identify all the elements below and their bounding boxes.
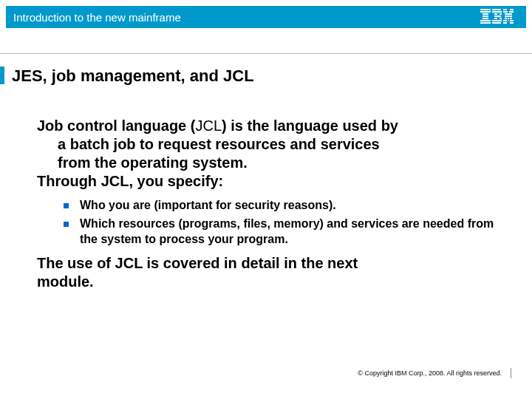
slide: Introduction to the new mainframe — [0, 0, 532, 399]
svg-rect-25 — [510, 18, 512, 19]
svg-rect-9 — [494, 13, 497, 15]
svg-rect-29 — [503, 22, 507, 24]
list-item: Who you are (important for security reas… — [64, 198, 502, 214]
svg-rect-18 — [503, 11, 508, 13]
svg-rect-24 — [508, 18, 509, 19]
footer: © Copyright IBM Corp., 2008. All rights … — [358, 368, 511, 378]
text-jcl-abbr: JCL — [195, 117, 222, 134]
text-line4: Through JCL, you specify: — [37, 173, 223, 189]
svg-rect-0 — [480, 9, 491, 10]
svg-rect-23 — [505, 18, 507, 19]
svg-rect-8 — [492, 11, 502, 13]
header-bar: Introduction to the new mainframe — [6, 6, 526, 28]
svg-rect-27 — [508, 20, 509, 21]
svg-rect-16 — [503, 9, 507, 10]
svg-rect-5 — [480, 20, 491, 21]
header-title: Introduction to the new mainframe — [13, 11, 181, 24]
svg-rect-22 — [505, 16, 512, 17]
title-accent — [0, 66, 4, 84]
svg-rect-3 — [482, 16, 488, 17]
text-lead: Job control language ( — [37, 117, 195, 134]
svg-rect-20 — [505, 13, 508, 15]
svg-rect-1 — [480, 11, 491, 13]
svg-rect-6 — [480, 22, 491, 24]
svg-rect-11 — [494, 16, 501, 17]
paragraph-closing: The use of JCL is covered in detail in t… — [37, 254, 502, 291]
svg-rect-17 — [510, 9, 514, 10]
svg-rect-14 — [492, 20, 502, 21]
copyright-text: © Copyright IBM Corp., 2008. All rights … — [358, 369, 511, 377]
svg-rect-2 — [482, 13, 488, 15]
svg-rect-12 — [494, 18, 497, 19]
footer-divider — [511, 368, 511, 378]
svg-rect-15 — [492, 22, 501, 24]
svg-rect-4 — [482, 18, 488, 19]
svg-rect-26 — [503, 20, 507, 21]
text-tail: ) is the language used by — [222, 117, 398, 134]
svg-rect-10 — [499, 13, 502, 15]
paragraph-intro: Job control language (JCL) is the langua… — [37, 117, 502, 191]
svg-rect-30 — [510, 22, 514, 24]
text-line2: a batch job to request resources and ser… — [37, 135, 502, 154]
bullet-list: Who you are (important for security reas… — [64, 198, 502, 247]
ibm-logo-icon — [480, 9, 514, 27]
slide-title: JES, job management, and JCL — [12, 66, 254, 86]
svg-rect-19 — [509, 11, 514, 13]
text-line1: The use of JCL is covered in detail in t… — [37, 255, 358, 271]
svg-rect-21 — [508, 13, 512, 15]
slide-body: Job control language (JCL) is the langua… — [37, 117, 502, 291]
divider — [0, 53, 532, 54]
text-line2: module. — [37, 273, 94, 290]
svg-rect-7 — [492, 9, 501, 10]
svg-rect-28 — [510, 20, 514, 21]
list-item: Which resources (programs, files, memory… — [64, 216, 502, 248]
text-line3: from the operating system. — [37, 154, 502, 172]
svg-rect-13 — [499, 18, 502, 19]
